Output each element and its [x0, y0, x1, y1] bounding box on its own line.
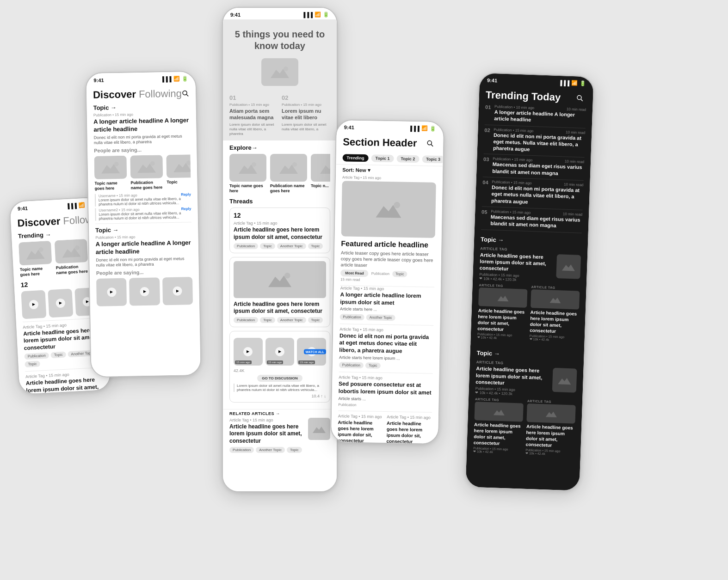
thread-vid-2[interactable]: ▶15 min ago: [265, 338, 295, 366]
battery-icon-5: 🔋: [580, 80, 586, 86]
phone4-title: Section Header: [343, 136, 417, 149]
explore-label-card-1: Topic name goes here: [229, 183, 266, 194]
divider-phone4-4: [338, 410, 432, 413]
article-2-phone1: Article Tag • 15 min ago Article headlin…: [25, 371, 105, 394]
play-btn-phone2-2[interactable]: ▶: [140, 287, 149, 296]
video-card-2[interactable]: ▶: [48, 288, 73, 317]
phone5-col2-2-img: [526, 403, 575, 424]
topic-card-1[interactable]: Topic name goes here: [19, 241, 53, 277]
t2-topic[interactable]: Topic: [260, 317, 275, 323]
topic-card-2[interactable]: Publication name goes here: [55, 239, 89, 275]
a1-topic[interactable]: Another Topic: [366, 314, 395, 321]
play-btn-2[interactable]: ▶: [56, 298, 65, 308]
thread-3-videos: ▶15 min ago ▶15 min ago ▶15 min ago WATC…: [234, 338, 326, 366]
a1-pub[interactable]: Publication: [340, 314, 364, 320]
play-thread-1[interactable]: ▶: [243, 347, 253, 356]
hero-area-phone3: 5 things you need to know today: [223, 19, 337, 91]
t2-t[interactable]: Topic: [308, 317, 323, 323]
topic-section-2-label-phone5: Topic →: [476, 350, 500, 358]
explore-card-3[interactable]: Topic n...: [311, 154, 330, 194]
video-row-phone1: ▶ ▶ ▶: [21, 287, 100, 319]
tag-t-1[interactable]: Topic: [25, 361, 40, 368]
tab-topic1[interactable]: Topic 1: [371, 154, 394, 162]
t1-pub[interactable]: Publication: [234, 243, 258, 249]
signal-icon-2: ▐▐▐: [160, 76, 172, 81]
t1-t[interactable]: Topic: [308, 243, 323, 249]
thread-vid-1[interactable]: ▶15 min ago: [234, 338, 263, 366]
r1-another[interactable]: Another Topic: [256, 447, 285, 453]
status-time-phone3: 9:41: [230, 12, 241, 18]
r1-pub[interactable]: Publication: [229, 447, 254, 453]
t2-another[interactable]: Another Topic: [277, 317, 306, 323]
thread-section-phone1: 12 ▶ ▶ ▶: [20, 277, 100, 319]
tab-topic3[interactable]: Topic 3: [422, 155, 443, 163]
thread-2-tags: Publication Topic Another Topic Topic: [234, 317, 326, 323]
a2-topic[interactable]: Topic: [365, 363, 381, 369]
search-button-phone2[interactable]: [182, 87, 190, 100]
play-btn-1[interactable]: ▶: [29, 299, 38, 309]
col2-headline: Article headline goes here lorem ipsum d…: [386, 420, 432, 444]
video-phone2-1[interactable]: ▶: [96, 278, 127, 306]
search-button-phone4[interactable]: [424, 137, 437, 150]
wifi-icon-2: 📶: [173, 76, 179, 82]
comments-phone2: Username • 15 min ago Reply Lorem ipsum …: [95, 192, 191, 221]
topic-card-phone2-2[interactable]: Publication name goes here: [130, 155, 163, 190]
phone5-t2-featured: ARTICLE TAG Article headline goes here l…: [475, 360, 577, 398]
t2-pub[interactable]: Publication: [234, 317, 258, 323]
phone2-header: Discover Following: [86, 83, 196, 104]
phone5-item-1-content: Publication • 10 min ago 10 min read A l…: [494, 104, 586, 125]
two-col-phone4: Article Tag • 15 min ago Article headlin…: [337, 414, 432, 444]
most-read-btn[interactable]: Most Read: [340, 269, 369, 277]
phone5-num-1: 01: [485, 104, 492, 122]
tag-pub-1[interactable]: Publication: [24, 353, 49, 360]
tabs-row-phone4: Trending Topic 1 Topic 2 Topic 3 Topic 4…: [336, 151, 443, 166]
video-card-1[interactable]: ▶: [21, 290, 46, 319]
article-headline-2-phone1: Article headline goes here lorem ipsum d…: [25, 376, 104, 394]
featured-topic[interactable]: Topic: [392, 271, 407, 277]
topic-card-phone2-3[interactable]: Topic: [166, 154, 191, 189]
phone5-numbered-articles: 01 Publication • 10 min ago 10 min read …: [475, 104, 592, 233]
phone5-item-2: 02 Publication • 15 min ago 10 min read …: [484, 127, 586, 154]
explore-card-2[interactable]: Publication name goes here: [270, 154, 307, 194]
t1-topic[interactable]: Topic: [260, 243, 275, 249]
divider-phone4-2: [339, 324, 433, 326]
tab-topic2[interactable]: Topic 2: [396, 155, 419, 163]
col1-tag: Article Tag • 15 min ago: [338, 414, 383, 419]
t1-another[interactable]: Another Topic: [277, 243, 306, 249]
pub-pair-1: Publication • 15 min ago: [229, 103, 278, 107]
topic-card-phone2-1[interactable]: Topic name goes here: [94, 156, 127, 191]
watch-all-btn[interactable]: WATCH ALL: [304, 349, 326, 354]
topic-label-phone2-card-2: Publication name goes here: [130, 180, 163, 190]
phone5-col2-2: ARTICLE TAG Article headline goes here l…: [525, 399, 576, 457]
phone5-title: Trending Today: [486, 89, 561, 104]
topic-card-label-2: Publication name goes here: [56, 264, 89, 275]
phone5-topic2-articles: ARTICLE TAG Article headline goes here l…: [467, 358, 584, 461]
phone5-screen: 9:41 ▐▐▐ 📶 🔋 Trending Today 01: [465, 73, 593, 491]
sort-label-phone4[interactable]: Sort: New ▾: [342, 167, 370, 173]
comment-phone2-2: Username2 • 15 min ago Reply Lorem ipsum…: [95, 207, 191, 221]
tab-trending[interactable]: Trending: [343, 154, 369, 162]
phone-trending-today: 9:41 ▐▐▐ 📶 🔋 Trending Today 01: [464, 72, 594, 492]
phone2-title: Discover: [93, 88, 136, 101]
play-thread-2[interactable]: ▶: [275, 347, 284, 356]
phone4-a3-headline: Sed posuere consectetur est at lobortis …: [339, 381, 433, 397]
r1-topic[interactable]: Topic: [287, 447, 302, 453]
signal-icon-3: ▐▐▐: [302, 12, 313, 18]
go-discussion[interactable]: GO TO DISCUSSION: [234, 375, 326, 382]
signal-icon-5: ▐▐▐: [558, 79, 569, 85]
phone5-a3-headline: Maecenas sed diam eget risus varius blan…: [492, 161, 584, 177]
phone5-a1-headline: A longer article headline A longer artic…: [494, 109, 586, 125]
phone5-col2-1: ARTICLE TAG Article headline goes here l…: [473, 397, 524, 455]
video-phone2-3[interactable]: ▶: [162, 277, 193, 305]
topic-section-1-label-phone5: Topic →: [481, 236, 504, 244]
video-phone2-2[interactable]: ▶: [129, 277, 160, 305]
headline-pair-2: Lorem ipsum nu vitae elit libero: [282, 108, 330, 121]
search-button-phone5[interactable]: [573, 92, 586, 105]
play-btn-phone2-3[interactable]: ▶: [173, 286, 182, 295]
play-btn-phone2-1[interactable]: ▶: [107, 287, 116, 297]
a2-pub[interactable]: Publication: [339, 362, 364, 369]
go-discussion-btn[interactable]: GO TO DISCUSSION: [257, 375, 302, 382]
status-time-phone5: 9:41: [487, 77, 497, 83]
tag-topic-1[interactable]: Topic: [51, 352, 66, 359]
explore-card-1[interactable]: Topic name goes here: [229, 154, 266, 194]
